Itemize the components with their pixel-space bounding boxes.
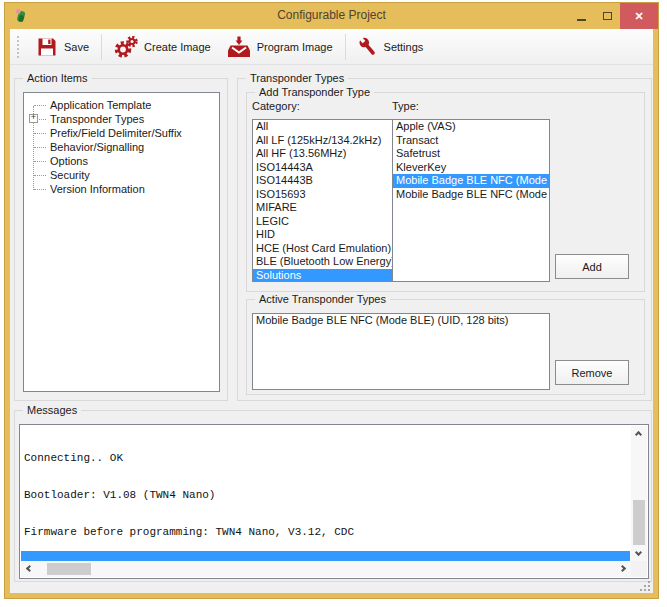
tree-item-security[interactable]: Security [24, 168, 219, 182]
type-item[interactable]: Safetrust [393, 147, 549, 161]
window-title: Configurable Project [5, 8, 658, 22]
type-item[interactable]: Mobile Badge BLE NFC (Mode NFC) [393, 188, 549, 202]
tree-item-application-template[interactable]: Application Template [24, 98, 219, 112]
minimize-button[interactable] [568, 3, 594, 29]
type-listbox[interactable]: Apple (VAS) Transact Safetrust KleverKey… [392, 119, 550, 282]
tree-item-label: Application Template [50, 99, 151, 111]
toolbar: Save Create Image [10, 29, 653, 65]
tree-item-label: Prefix/Field Delimiter/Suffix [50, 127, 182, 139]
scroll-left-icon[interactable] [26, 565, 33, 572]
tree-item-label: Version Information [50, 183, 145, 195]
category-label: Category: [252, 100, 300, 112]
expand-plus-icon[interactable]: + [29, 114, 38, 123]
scroll-down-icon[interactable] [635, 549, 642, 556]
window-body: Save Create Image [10, 29, 653, 593]
program-image-box-icon [227, 36, 251, 58]
action-items-tree[interactable]: Application Template + Transponder Types… [23, 92, 220, 392]
vertical-scrollbar[interactable] [631, 426, 647, 561]
app-window: Configurable Project ✕ Save [4, 2, 659, 599]
create-image-label: Create Image [144, 41, 211, 53]
type-item[interactable]: Apple (VAS) [393, 120, 549, 134]
type-label: Type: [392, 100, 419, 112]
remove-button[interactable]: Remove [555, 360, 629, 385]
tree-item-label: Options [50, 155, 88, 167]
program-image-label: Program Image [257, 41, 333, 53]
tree-item-label: Behavior/Signalling [50, 141, 144, 153]
toolbar-drag-handle[interactable] [17, 36, 19, 58]
add-button[interactable]: Add [555, 254, 629, 279]
settings-button[interactable]: Settings [350, 33, 432, 61]
messages-log[interactable]: Connecting.. OK Bootloader: V1.08 (TWN4 … [19, 424, 649, 579]
scrollbar-corner [631, 561, 647, 577]
tree-item-label: Security [50, 169, 90, 181]
floppy-disk-icon [36, 36, 58, 58]
tree-root: Application Template + Transponder Types… [24, 98, 219, 196]
transponder-types-label: Transponder Types [246, 71, 348, 86]
horizontal-scrollbar[interactable] [21, 561, 631, 577]
tree-item-label: Transponder Types [50, 113, 144, 125]
message-line: Connecting.. OK [24, 452, 628, 464]
toolbar-separator [345, 34, 346, 60]
gears-icon [114, 36, 138, 58]
close-button[interactable]: ✕ [620, 3, 658, 29]
scroll-right-icon[interactable] [619, 565, 626, 572]
type-item-selected[interactable]: Mobile Badge BLE NFC (Mode BLE) [393, 174, 549, 188]
window-controls: ✕ [568, 3, 658, 29]
create-image-button[interactable]: Create Image [106, 33, 219, 61]
active-transponder-listbox[interactable]: Mobile Badge BLE NFC (Mode BLE) (UID, 12… [252, 313, 550, 390]
program-image-button[interactable]: Program Image [219, 33, 341, 61]
messages-groupbox: Messages Connecting.. OK Bootloader: V1.… [14, 410, 652, 582]
active-transponder-item[interactable]: Mobile Badge BLE NFC (Mode BLE) (UID, 12… [253, 314, 549, 328]
message-line: Bootloader: V1.08 (TWN4 Nano) [24, 489, 628, 501]
save-label: Save [64, 41, 89, 53]
tree-item-transponder-types[interactable]: + Transponder Types [24, 112, 219, 126]
action-items-groupbox: Action Items Application Template + Tran… [14, 78, 228, 401]
tree-item-prefix-field-delimiter-suffix[interactable]: Prefix/Field Delimiter/Suffix [24, 126, 219, 140]
titlebar[interactable]: Configurable Project ✕ [5, 3, 658, 29]
maximize-icon [603, 12, 612, 20]
scroll-up-icon[interactable] [635, 431, 642, 438]
save-button[interactable]: Save [28, 33, 97, 61]
minimize-icon [577, 19, 586, 21]
add-transponder-type-label: Add Transponder Type [255, 85, 374, 100]
active-transponder-types-label: Active Transponder Types [255, 292, 390, 307]
vertical-scrollbar-thumb[interactable] [633, 500, 645, 545]
transponder-types-groupbox: Transponder Types Add Transponder Type C… [237, 78, 652, 401]
toolbar-separator [101, 34, 102, 60]
resize-grip[interactable] [640, 581, 650, 591]
tree-item-behavior-signalling[interactable]: Behavior/Signalling [24, 140, 219, 154]
type-item[interactable]: KleverKey [393, 161, 549, 175]
message-line: Firmware before programming: TWN4 Nano, … [24, 526, 628, 538]
maximize-button[interactable] [594, 3, 620, 29]
horizontal-scrollbar-thumb[interactable] [47, 563, 91, 575]
type-item[interactable]: Transact [393, 134, 549, 148]
active-transponder-types-groupbox: Active Transponder Types Mobile Badge BL… [246, 299, 645, 395]
settings-label: Settings [384, 41, 424, 53]
action-items-label: Action Items [23, 71, 92, 86]
wrench-icon [358, 36, 378, 58]
add-transponder-type-groupbox: Add Transponder Type Category: All All L… [246, 92, 645, 292]
messages-label: Messages [23, 403, 81, 418]
tree-item-options[interactable]: Options [24, 154, 219, 168]
tree-item-version-information[interactable]: Version Information [24, 182, 219, 196]
close-icon: ✕ [634, 10, 643, 23]
